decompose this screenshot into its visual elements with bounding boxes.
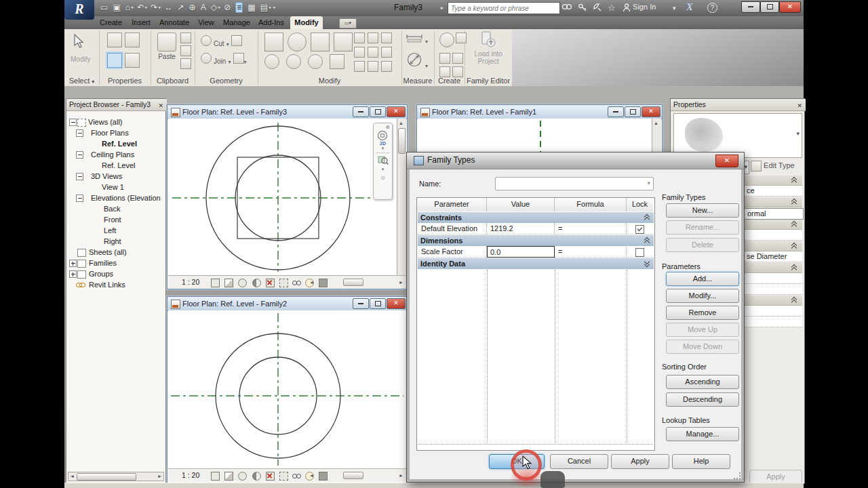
panel-label-family-editor[interactable]: Family Editor — [465, 75, 512, 86]
tree-item-back[interactable]: Back — [66, 203, 161, 214]
navbar-pan-icon[interactable]: ⊙ — [374, 175, 392, 181]
tree-item-elevations[interactable]: Elevations (Elevation — [66, 192, 161, 203]
modify-button[interactable]: Modify... — [666, 289, 739, 303]
crop-view-icon[interactable] — [266, 279, 275, 287]
tab-view[interactable]: View — [193, 16, 219, 29]
show-crop-region-icon[interactable] — [279, 279, 288, 287]
sign-in-caret-icon[interactable]: ▾ — [673, 5, 676, 12]
scroll-up-icon[interactable]: ▲ — [654, 119, 658, 127]
family3-vertical-scrollbar[interactable]: ▲ — [397, 119, 406, 275]
navigation-bar[interactable]: ⊗ 2D ▾ ▾ ⊙ — [373, 123, 393, 200]
tree-item-3d-views[interactable]: 3D Views — [66, 171, 161, 182]
scrollbar-thumb[interactable] — [398, 128, 406, 154]
tab-add-ins[interactable]: Add-Ins — [254, 16, 288, 29]
properties-apply-button[interactable]: Apply — [749, 470, 802, 484]
tree-item-families[interactable]: Families — [66, 258, 161, 268]
tree-item-ref-level-2[interactable]: Ref. Level — [66, 160, 161, 171]
panel-label-select[interactable]: Select ▾ — [64, 75, 99, 86]
ribbon-display-toggle[interactable]: ▭▾ — [339, 18, 357, 28]
create-group-button[interactable] — [439, 33, 467, 49]
type-properties-icon[interactable] — [107, 33, 140, 49]
formula-default-elevation[interactable]: = — [555, 223, 627, 235]
family3-canvas[interactable]: ⊗ 2D ▾ ▾ ⊙ — [168, 119, 397, 275]
tree-item-view-1[interactable]: View 1 — [66, 182, 161, 192]
tree-item-ref-level[interactable]: Ref. Level — [66, 138, 161, 149]
tree-item-floor-plans[interactable]: Floor Plans — [66, 127, 161, 138]
move-down-button[interactable]: Move Down — [666, 340, 739, 354]
home-icon[interactable]: ⌂ — [125, 3, 130, 12]
family2-canvas[interactable] — [168, 310, 406, 468]
section-identity-data[interactable]: Identity Data — [418, 258, 654, 269]
family3-restore-button[interactable] — [370, 106, 386, 117]
family2-minimize-button[interactable] — [353, 298, 369, 309]
section-dimensions[interactable]: Dimensions — [418, 235, 654, 246]
edit-type-button[interactable]: Edit Type — [751, 161, 801, 173]
rename-button[interactable]: Rename... — [666, 220, 739, 235]
scrollbar-thumb[interactable] — [77, 473, 136, 481]
scroll-left-icon[interactable]: ◄ — [70, 472, 75, 480]
remove-button[interactable]: Remove — [666, 306, 739, 320]
undo-caret-icon[interactable]: ▾ — [144, 5, 147, 11]
window-minimize-button[interactable] — [741, 1, 760, 13]
scale-label[interactable]: 1 : 20 — [182, 471, 199, 479]
detail-level-icon[interactable] — [211, 279, 220, 287]
family1-restore-button[interactable] — [625, 106, 641, 117]
redo-icon[interactable]: ↷ — [151, 3, 157, 12]
undo-icon[interactable]: ↶ — [137, 3, 144, 12]
favorites-star-icon[interactable]: ☆ — [608, 3, 616, 13]
panel-label-modify[interactable]: Modify — [258, 75, 401, 86]
communication-center-icon[interactable] — [593, 3, 602, 14]
column-header-value[interactable]: Value — [487, 198, 555, 211]
sun-path-icon[interactable] — [238, 279, 247, 287]
family3-close-button[interactable]: ✕ — [387, 106, 406, 117]
window-restore-button[interactable] — [760, 1, 779, 13]
detail-level-icon[interactable] — [211, 472, 220, 481]
search-input[interactable] — [448, 2, 560, 14]
qat-customize-caret-icon[interactable]: ▾ — [273, 5, 275, 11]
shadows-icon[interactable] — [252, 472, 261, 481]
tab-annotate[interactable]: Annotate — [155, 16, 193, 29]
thin-lines-icon[interactable]: ≡ — [235, 2, 243, 13]
scrollbar-thumb[interactable] — [343, 472, 363, 479]
family3-title-bar[interactable]: Floor Plan: Ref. Level - Family3 ✕ — [167, 105, 407, 119]
load-into-project-button[interactable]: Load into Project — [469, 31, 507, 65]
tree-item-left[interactable]: Left — [66, 225, 161, 236]
redo-caret-icon[interactable]: ▾ — [158, 5, 161, 11]
sign-in-button[interactable]: Sign In — [623, 3, 656, 12]
new-button[interactable]: New... — [666, 203, 739, 218]
panel-label-properties[interactable]: Properties — [99, 75, 151, 86]
properties-palette-icon[interactable] — [107, 53, 140, 69]
default-3d-view-icon[interactable]: ◇ — [211, 3, 217, 12]
tree-item-right[interactable]: Right — [66, 236, 161, 247]
cancel-button[interactable]: Cancel — [550, 454, 608, 469]
temporary-hide-isolate-icon[interactable] — [293, 472, 300, 480]
help-icon[interactable]: ? — [707, 3, 717, 13]
family1-close-button[interactable]: ✕ — [642, 106, 660, 117]
clipboard-small-tools[interactable] — [180, 33, 191, 69]
scrollbar-thumb[interactable] — [343, 279, 363, 286]
tree-item-sheets[interactable]: Sheets (all) — [66, 247, 161, 258]
window-close-button[interactable]: ✕ — [779, 1, 801, 13]
tab-insert[interactable]: Insert — [127, 16, 155, 29]
switch-windows-icon[interactable]: ▤ — [260, 3, 268, 12]
scroll-left-icon[interactable]: ◄ — [309, 472, 314, 479]
family2-restore-button[interactable] — [370, 298, 386, 309]
text-icon[interactable]: A — [201, 3, 206, 12]
search-go-icon[interactable] — [561, 3, 572, 14]
resize-grip[interactable] — [734, 472, 741, 479]
dimension-button[interactable]: ▾ — [407, 52, 428, 69]
switch-windows-caret-icon[interactable]: ▾ — [269, 5, 271, 11]
apply-button[interactable]: Apply — [611, 454, 669, 469]
value-scale-factor-input[interactable]: 0.0 — [487, 246, 555, 258]
column-header-lock[interactable]: Lock — [627, 198, 653, 211]
move-up-button[interactable]: Move Up — [666, 323, 739, 337]
properties-close-icon[interactable]: ✕ — [797, 100, 802, 112]
project-browser-close-icon[interactable]: ✕ — [158, 100, 163, 112]
tree-item-ceiling-plans[interactable]: Ceiling Plans — [66, 149, 161, 160]
modify-small-grid[interactable] — [354, 33, 392, 73]
measure-icon[interactable]: ↔ — [164, 3, 172, 12]
tab-create[interactable]: Create — [95, 16, 127, 29]
param-scale-factor[interactable]: Scale Factor (default) — [418, 246, 487, 258]
show-crop-region-icon[interactable] — [279, 472, 288, 481]
dialog-close-button[interactable]: ✕ — [715, 155, 738, 167]
